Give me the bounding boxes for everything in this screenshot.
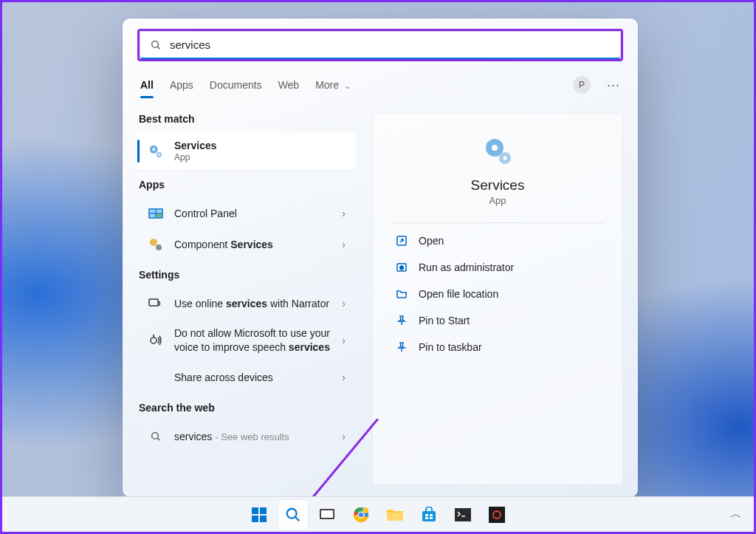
svg-rect-38 [422, 511, 436, 521]
pin-icon [395, 314, 408, 327]
svg-point-11 [150, 239, 157, 246]
section-web: Search the web [139, 402, 356, 414]
action-label: Open [419, 235, 444, 247]
divider [391, 222, 605, 223]
svg-point-20 [504, 157, 507, 160]
svg-point-5 [158, 154, 159, 155]
chevron-down-icon: ⌄ [344, 81, 351, 90]
taskbar-app-button[interactable] [482, 500, 512, 530]
svg-rect-39 [425, 514, 428, 516]
taskbar: ︿ [2, 496, 754, 532]
svg-point-15 [152, 432, 159, 439]
action-pin-taskbar[interactable]: Pin to taskbar [391, 334, 605, 360]
svg-rect-40 [430, 514, 433, 516]
speech-icon [148, 332, 164, 349]
start-button[interactable] [244, 500, 274, 530]
action-label: Open file location [419, 288, 498, 300]
chevron-right-icon: › [342, 208, 346, 219]
result-share-devices[interactable]: Share across devices › [137, 362, 356, 393]
search-highlight-box [137, 29, 623, 61]
pin-icon [395, 340, 408, 354]
taskbar-chrome-button[interactable] [346, 500, 376, 530]
svg-point-28 [287, 508, 297, 518]
svg-rect-24 [252, 507, 258, 514]
tab-all[interactable]: All [140, 79, 154, 91]
control-panel-icon [148, 205, 164, 222]
taskbar-taskview-button[interactable] [312, 500, 342, 530]
action-open[interactable]: Open [391, 227, 605, 254]
svg-point-12 [156, 244, 162, 250]
action-run-admin[interactable]: Run as administrator [391, 254, 605, 281]
svg-point-14 [151, 338, 157, 343]
component-services-icon [148, 236, 164, 253]
folder-icon [395, 287, 408, 301]
result-web-search[interactable]: services - See web results › [137, 421, 356, 452]
action-label: Pin to Start [419, 315, 470, 326]
search-box[interactable] [140, 31, 621, 59]
result-label: Control Panel [174, 208, 237, 219]
result-label: services - See web results [174, 431, 289, 442]
chevron-right-icon: › [342, 335, 346, 346]
result-label: Component Services [174, 239, 273, 250]
results-column: Best match Services App Apps Control Pan… [137, 113, 356, 485]
tab-web[interactable]: Web [278, 79, 300, 91]
taskbar-search-button[interactable] [278, 500, 308, 530]
svg-rect-25 [260, 507, 267, 514]
tray-chevron-up-icon[interactable]: ︿ [730, 507, 742, 522]
svg-point-36 [362, 507, 368, 513]
svg-rect-9 [150, 214, 155, 217]
svg-point-3 [152, 148, 155, 151]
open-icon [395, 234, 408, 247]
detail-pane: Services App Open Run as administrator O [372, 113, 623, 485]
section-settings: Settings [139, 269, 356, 281]
chevron-right-icon: › [342, 372, 346, 383]
detail-title: Services [391, 177, 605, 194]
svg-rect-27 [260, 516, 267, 522]
filter-tabs: All Apps Documents Web More ⌄ P ··· [137, 66, 623, 101]
result-component-services[interactable]: Component Services › [137, 229, 356, 260]
tab-apps[interactable]: Apps [170, 79, 193, 91]
svg-rect-42 [430, 517, 433, 519]
taskbar-terminal-button[interactable] [448, 500, 478, 530]
section-apps: Apps [139, 179, 356, 191]
chevron-right-icon: › [342, 298, 346, 309]
svg-rect-7 [150, 210, 155, 213]
result-label: Use online services with Narrator [174, 298, 329, 309]
search-icon [148, 37, 164, 53]
svg-rect-41 [425, 517, 428, 519]
action-open-location[interactable]: Open file location [391, 281, 605, 307]
svg-point-18 [492, 145, 498, 151]
svg-point-0 [152, 41, 159, 47]
narrator-icon [148, 295, 164, 312]
action-pin-start[interactable]: Pin to Start [391, 307, 605, 334]
svg-rect-31 [321, 510, 333, 518]
more-options-button[interactable]: ··· [607, 78, 620, 93]
result-control-panel[interactable]: Control Panel › [137, 198, 356, 229]
search-panel: All Apps Documents Web More ⌄ P ··· Best… [123, 18, 638, 497]
result-narrator-services[interactable]: Use online services with Narrator › [137, 288, 356, 319]
svg-point-35 [359, 512, 363, 516]
action-label: Pin to taskbar [419, 341, 482, 353]
result-title: Services [174, 140, 217, 151]
tab-more[interactable]: More ⌄ [315, 79, 351, 91]
taskbar-explorer-button[interactable] [380, 500, 410, 530]
chevron-right-icon: › [342, 239, 346, 250]
svg-rect-8 [157, 210, 162, 213]
search-input[interactable] [170, 38, 613, 51]
result-speech-services[interactable]: Do not allow Microsoft to use your voice… [137, 319, 356, 362]
svg-line-1 [157, 47, 159, 49]
taskbar-store-button[interactable] [414, 500, 444, 530]
tab-documents[interactable]: Documents [210, 79, 262, 91]
svg-line-29 [295, 517, 299, 521]
gears-icon [148, 143, 164, 160]
action-label: Run as administrator [419, 261, 514, 273]
detail-subtitle: App [391, 195, 605, 206]
search-icon [148, 428, 164, 445]
blank-icon [148, 369, 164, 386]
profile-avatar[interactable]: P [573, 76, 591, 94]
svg-rect-37 [387, 513, 403, 521]
result-services-app[interactable]: Services App [137, 132, 356, 170]
chevron-right-icon: › [342, 431, 346, 442]
result-label: Do not allow Microsoft to use your voice… [174, 326, 331, 355]
section-best-match: Best match [139, 113, 356, 125]
